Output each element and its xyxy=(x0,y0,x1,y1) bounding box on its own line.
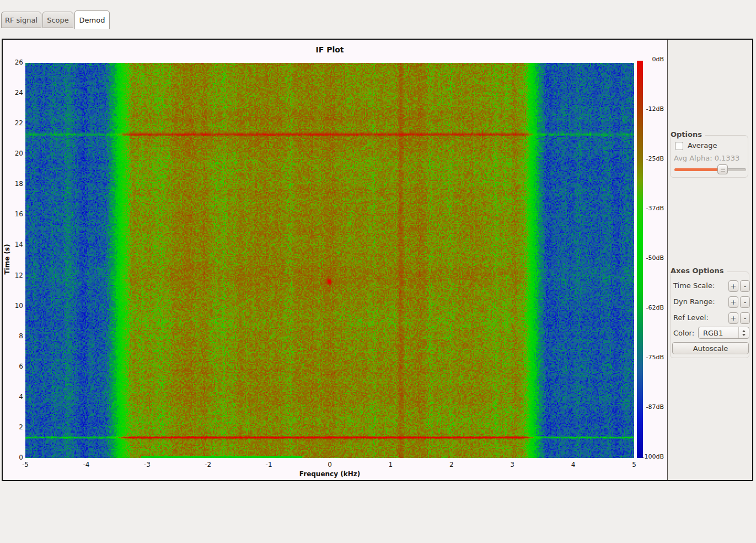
x-tick-label: -1 xyxy=(257,461,281,469)
colorbar-tick-label: -100dB xyxy=(641,453,664,460)
waterfall-plot[interactable] xyxy=(25,63,634,458)
y-tick-label: 10 xyxy=(7,302,23,310)
controls-column: Options Average Avg Alpha: 0.1333 Axes O… xyxy=(668,40,752,480)
axes-options-groupbox: Axes Options Time Scale: + - Dyn Range: … xyxy=(670,272,749,358)
time-scale-label: Time Scale: xyxy=(673,281,715,290)
tab-label: Scope xyxy=(47,16,69,24)
tab-rf-signal[interactable]: RF signal xyxy=(1,12,41,28)
colorbar-tick-label: -25dB xyxy=(641,155,664,162)
spin-down-icon xyxy=(742,334,746,336)
y-axis-label: Time (s) xyxy=(3,244,11,274)
colormap-value: RGB1 xyxy=(699,329,738,337)
dyn-range-plus-button[interactable]: + xyxy=(728,296,738,308)
dyn-range-minus-button[interactable]: - xyxy=(740,296,750,308)
y-tick-label: 24 xyxy=(7,89,23,97)
x-tick-label: 4 xyxy=(561,461,586,469)
ref-level-plus-button[interactable]: + xyxy=(728,312,738,324)
x-tick-label: -4 xyxy=(74,461,98,469)
plot-title: IF Plot xyxy=(25,45,634,54)
x-tick-label: -5 xyxy=(13,461,37,469)
demod-tab-panel: IF Plot Time (s) Frequency (kHz) 2624222… xyxy=(2,39,753,481)
y-tick-label: 6 xyxy=(7,363,23,370)
tab-label: Demod xyxy=(79,16,105,24)
x-tick-label: 2 xyxy=(439,461,464,469)
combobox-spinner[interactable] xyxy=(738,327,749,338)
ref-level-label: Ref Level: xyxy=(673,313,709,322)
options-group-title: Options xyxy=(671,130,705,139)
options-groupbox: Options Average Avg Alpha: 0.1333 xyxy=(670,135,748,178)
colorbar-tick-label: -50dB xyxy=(641,254,664,262)
x-tick-label: 3 xyxy=(500,461,524,469)
y-tick-label: 0 xyxy=(7,454,23,461)
avg-alpha-label: Avg Alpha: 0.1333 xyxy=(674,154,739,162)
tab-demod[interactable]: Demod xyxy=(74,10,110,29)
color-label: Color: xyxy=(673,329,694,337)
dyn-range-label: Dyn Range: xyxy=(673,297,715,306)
y-tick-label: 22 xyxy=(7,119,23,127)
avg-alpha-slider[interactable] xyxy=(674,168,746,171)
y-tick-label: 12 xyxy=(7,272,23,279)
colorbar-tick-label: -37dB xyxy=(641,205,664,212)
autoscale-button[interactable]: Autoscale xyxy=(672,342,749,354)
colorbar-tick-label: -75dB xyxy=(641,354,664,361)
colorbar-tick-label: -12dB xyxy=(641,105,664,113)
y-tick-label: 26 xyxy=(7,58,23,66)
x-tick-label: 0 xyxy=(318,461,342,469)
x-tick-label: 1 xyxy=(378,461,403,469)
y-tick-label: 2 xyxy=(7,423,23,431)
colorbar-tick-label: 0dB xyxy=(641,56,664,63)
x-tick-label: -3 xyxy=(135,461,159,469)
axes-group-title: Axes Options xyxy=(671,267,727,275)
y-tick-label: 14 xyxy=(7,241,23,248)
time-scale-minus-button[interactable]: - xyxy=(740,280,750,292)
average-checkbox[interactable] xyxy=(675,142,683,150)
spin-up-icon xyxy=(742,330,746,332)
y-tick-label: 8 xyxy=(7,332,23,340)
time-scale-plus-button[interactable]: + xyxy=(728,280,738,292)
tab-label: RF signal xyxy=(5,16,37,24)
tab-scope[interactable]: Scope xyxy=(42,12,73,28)
slider-grip-icon xyxy=(721,168,725,172)
y-tick-label: 18 xyxy=(7,180,23,188)
colorbar-tick-label: -62dB xyxy=(641,304,664,311)
slider-handle[interactable] xyxy=(717,164,728,174)
ref-level-minus-button[interactable]: - xyxy=(740,312,750,324)
x-axis-label: Frequency (kHz) xyxy=(25,470,634,478)
colorbar-tick-label: -87dB xyxy=(641,403,664,411)
x-tick-label: -2 xyxy=(196,461,220,469)
colormap-combobox[interactable]: RGB1 xyxy=(698,327,749,339)
y-tick-label: 20 xyxy=(7,150,23,157)
x-tick-label: 5 xyxy=(622,461,646,469)
y-tick-label: 16 xyxy=(7,210,23,218)
y-tick-label: 4 xyxy=(7,393,23,401)
average-checkbox-label[interactable]: Average xyxy=(688,141,717,150)
slider-fill xyxy=(674,168,722,171)
